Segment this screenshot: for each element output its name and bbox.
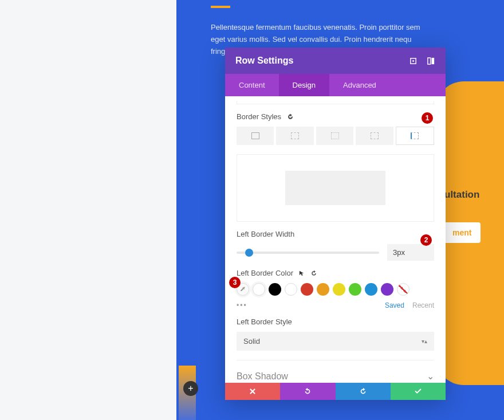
left-border-color-label: Left Border Color <box>237 269 434 277</box>
swatch-none[interactable] <box>397 283 410 296</box>
swatch-yellow[interactable] <box>333 283 345 296</box>
saved-colors-tab[interactable]: Saved <box>385 301 404 309</box>
annotation-badge-2: 2 <box>420 234 432 246</box>
check-icon <box>414 387 422 395</box>
modal-footer <box>225 383 446 400</box>
left-border-style-select[interactable]: Solid ▾▴ <box>237 332 434 351</box>
select-value: Solid <box>243 337 260 346</box>
svg-rect-3 <box>431 57 434 64</box>
tab-content[interactable]: Content <box>225 74 279 96</box>
add-section-button[interactable]: + <box>183 381 198 396</box>
border-style-all[interactable] <box>237 127 274 145</box>
border-style-left[interactable] <box>396 127 434 145</box>
select-chevron-icon: ▾▴ <box>422 338 427 344</box>
undo-button[interactable] <box>280 383 335 400</box>
side-heading: ultation <box>444 189 479 201</box>
border-styles-label: Border Styles <box>237 112 434 121</box>
modal-tabs: Content Design Advanced <box>225 74 446 96</box>
cursor-icon <box>299 270 305 276</box>
snap-icon[interactable] <box>427 57 435 65</box>
redo-button[interactable] <box>336 383 391 400</box>
accent-divider <box>211 6 230 8</box>
box-shadow-section[interactable]: Box Shadow ⌄ <box>237 360 434 383</box>
swatch-orange[interactable] <box>317 283 329 296</box>
undo-icon <box>304 387 312 395</box>
chevron-down-icon: ⌄ <box>427 371 434 382</box>
svg-point-1 <box>412 60 414 62</box>
modal-header: Row Settings <box>225 48 446 74</box>
swatch-black[interactable] <box>269 283 281 296</box>
border-preview-inner <box>285 171 385 205</box>
swatch-purple[interactable] <box>381 283 393 296</box>
paragraph-frag: fringi <box>211 47 227 56</box>
slider-thumb[interactable] <box>245 249 253 257</box>
cancel-button[interactable] <box>225 383 280 400</box>
swatch-green[interactable] <box>349 283 361 296</box>
modal-body: Border Styles Left Border Width Left Bor… <box>225 96 446 383</box>
reset-icon[interactable] <box>287 113 294 120</box>
side-button[interactable]: ment <box>443 222 481 243</box>
close-icon <box>249 387 257 395</box>
svg-rect-2 <box>428 57 431 64</box>
prev-section-edge <box>237 101 434 104</box>
paragraph: Pellentesque fermentum faucibus venenati… <box>211 23 420 44</box>
save-button[interactable] <box>391 383 446 400</box>
modal-title: Row Settings <box>235 56 293 66</box>
redo-icon <box>359 387 367 395</box>
eyedropper-icon <box>239 286 246 293</box>
reset-color-icon[interactable] <box>310 270 317 277</box>
border-style-right[interactable] <box>316 127 353 145</box>
left-border-width-slider[interactable] <box>237 252 379 254</box>
annotation-badge-1: 1 <box>422 112 433 124</box>
border-style-top[interactable] <box>276 127 313 145</box>
swatch-white[interactable] <box>285 283 297 296</box>
expand-icon[interactable] <box>409 57 418 65</box>
border-preview <box>237 154 434 222</box>
swatch-red[interactable] <box>301 283 313 296</box>
current-color-swatch[interactable] <box>253 283 265 296</box>
more-dots-icon[interactable]: ••• <box>237 301 377 309</box>
color-palette-tabs: ••• Saved Recent <box>237 301 434 309</box>
annotation-badge-3: 3 <box>229 277 241 288</box>
left-border-style-label: Left Border Style <box>237 317 434 326</box>
border-style-bottom[interactable] <box>356 127 393 145</box>
recent-colors-tab[interactable]: Recent <box>412 301 434 309</box>
tab-design[interactable]: Design <box>279 74 329 96</box>
box-shadow-label: Box Shadow <box>237 371 288 382</box>
left-border-width-input[interactable] <box>387 244 434 261</box>
row-settings-modal: Row Settings Content Design Advanced Bor… <box>225 48 446 400</box>
left-border-width-label: Left Border Width <box>237 230 434 238</box>
tab-advanced[interactable]: Advanced <box>329 74 390 96</box>
color-swatches <box>237 283 434 296</box>
border-style-options <box>237 127 434 145</box>
swatch-blue[interactable] <box>365 283 377 296</box>
